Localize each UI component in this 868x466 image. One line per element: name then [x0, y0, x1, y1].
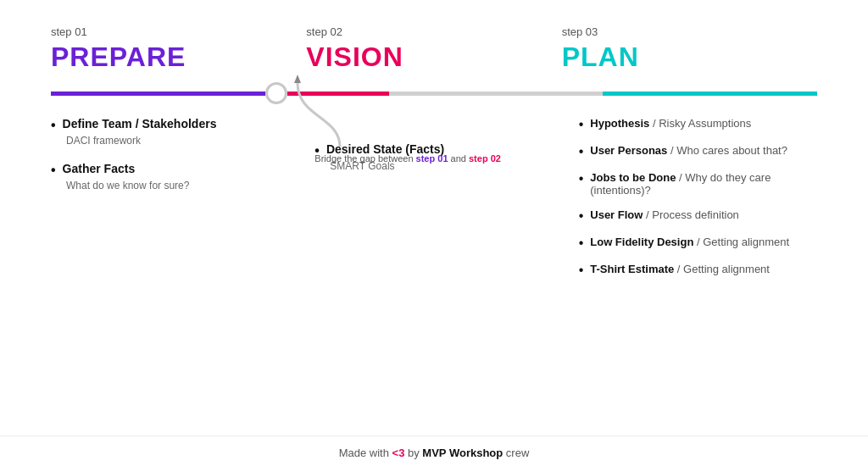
- plan-item-2-text: User Personas / Who cares about that?: [590, 144, 787, 157]
- plan-item-4-text: User Flow / Process definition: [590, 208, 739, 221]
- plan-item-1-normal: / Risky Assumptions: [649, 117, 751, 130]
- footer-by: by: [404, 447, 422, 459]
- prepare-item-1-sub: DACI framework: [66, 135, 289, 147]
- prepare-item-2-title: Gather Facts: [51, 162, 289, 178]
- bridge-and: and: [448, 153, 469, 164]
- plan-item-6-bold: T-Shirt Estimate: [590, 263, 674, 275]
- plan-item-6: • T-Shirt Estimate / Getting alignment: [579, 263, 817, 278]
- plan-column: • Hypothesis / Risky Assumptions • User …: [562, 117, 817, 427]
- plan-bullet-4: •: [579, 208, 584, 224]
- plan-item-3: • Jobs to be Done / Why do they care (in…: [579, 171, 817, 197]
- content-row: Define Team / Stakeholders DACI framewor…: [51, 117, 817, 427]
- plan-item-1: • Hypothesis / Risky Assumptions: [579, 117, 817, 132]
- timeline-row: [51, 81, 817, 105]
- timeline-circle: [265, 82, 287, 104]
- timeline-bar-purple: [51, 92, 265, 96]
- plan-item-5-normal: / Getting alignment: [693, 236, 789, 248]
- step-02-col: step 02 VISION: [306, 25, 561, 73]
- plan-item-4-normal: / Process definition: [643, 208, 738, 221]
- plan-bullet-5: •: [579, 236, 584, 251]
- plan-bullet-3: •: [579, 171, 584, 186]
- plan-item-5-bold: Low Fidelity Design: [590, 236, 693, 248]
- bridge-text: Bridge the gap between step 01 and step …: [314, 153, 501, 164]
- plan-item-1-bold: Hypothesis: [590, 117, 649, 130]
- plan-item-5-text: Low Fidelity Design / Getting alignment: [590, 236, 789, 248]
- step-01-title: PREPARE: [51, 42, 306, 73]
- prepare-column: Define Team / Stakeholders DACI framewor…: [51, 117, 306, 427]
- plan-item-3-bold: Jobs to be Done: [590, 171, 676, 184]
- steps-header: step 01 PREPARE step 02 VISION step 03 P…: [51, 25, 817, 73]
- plan-item-2: • User Personas / Who cares about that?: [579, 144, 817, 159]
- timeline-bar-pink: [287, 92, 389, 96]
- plan-item-1-text: Hypothesis / Risky Assumptions: [590, 117, 751, 130]
- plan-bullet-2: •: [579, 144, 584, 159]
- plan-item-2-normal: / Who cares about that?: [667, 144, 787, 157]
- vision-column: Desired State (Facts) SMART Goals Bridge…: [306, 117, 561, 427]
- prepare-item-2-sub: What do we know for sure?: [66, 180, 289, 191]
- footer-crew: crew: [503, 447, 529, 459]
- plan-item-5: • Low Fidelity Design / Getting alignmen…: [579, 236, 817, 251]
- plan-item-6-text: T-Shirt Estimate / Getting alignment: [590, 263, 770, 275]
- footer-made-with: Made with: [339, 447, 392, 459]
- plan-item-4: • User Flow / Process definition: [579, 208, 817, 224]
- timeline-bar-gray: [389, 92, 604, 96]
- plan-item-2-bold: User Personas: [590, 144, 667, 157]
- step-03-label: step 03: [562, 25, 817, 38]
- vision-content: Desired State (Facts) SMART Goals Bridge…: [314, 117, 553, 172]
- footer-brand: MVP Workshop: [422, 447, 503, 459]
- step-01-label: step 01: [51, 25, 306, 38]
- step-02-title: VISION: [306, 42, 561, 73]
- step-03-title: PLAN: [562, 42, 817, 73]
- main-container: step 01 PREPARE step 02 VISION step 03 P…: [0, 0, 868, 435]
- plan-bullet-6: •: [579, 263, 584, 278]
- bridge-step02: step 02: [469, 153, 501, 164]
- step-02-label: step 02: [306, 25, 561, 38]
- bridge-step01: step 01: [416, 153, 448, 164]
- plan-item-4-bold: User Flow: [590, 208, 643, 221]
- bridge-text-prefix: Bridge the gap between: [314, 153, 415, 164]
- plan-item-6-normal: / Getting alignment: [674, 263, 770, 275]
- timeline-bar-cyan: [603, 92, 817, 96]
- prepare-item-1: Define Team / Stakeholders DACI framewor…: [51, 117, 289, 147]
- prepare-item-2: Gather Facts What do we know for sure?: [51, 162, 289, 191]
- step-01-col: step 01 PREPARE: [51, 25, 306, 73]
- prepare-item-1-title: Define Team / Stakeholders: [51, 117, 289, 133]
- footer: Made with <3 by MVP Workshop crew: [0, 435, 868, 466]
- plan-bullet-1: •: [579, 117, 584, 132]
- footer-heart: <3: [392, 447, 405, 459]
- step-03-col: step 03 PLAN: [562, 25, 817, 73]
- plan-item-3-text: Jobs to be Done / Why do they care (inte…: [590, 171, 817, 197]
